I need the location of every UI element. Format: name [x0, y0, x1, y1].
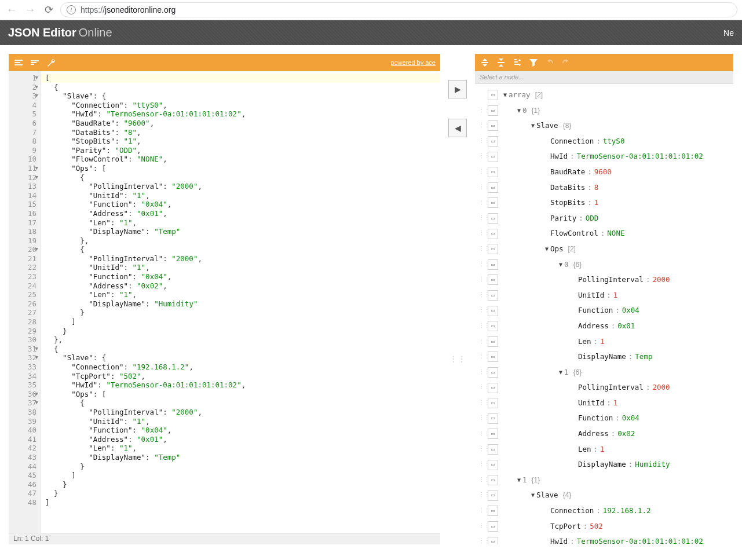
- gutter-line[interactable]: 23: [9, 272, 36, 281]
- compact-icon[interactable]: [30, 57, 40, 68]
- tree-key[interactable]: TcpPort: [550, 519, 581, 535]
- gutter-line[interactable]: 25: [9, 290, 36, 299]
- caret-icon[interactable]: ▼: [529, 488, 536, 503]
- context-menu-icon[interactable]: ▭: [488, 491, 498, 501]
- tree-key[interactable]: Slave: [536, 488, 558, 503]
- tree-value[interactable]: Temp: [635, 349, 652, 365]
- drag-handle-icon[interactable]: ⋮⋮: [478, 365, 487, 380]
- gutter-line[interactable]: 45: [9, 471, 36, 480]
- gutter-line[interactable]: 46: [9, 480, 36, 489]
- gutter-line[interactable]: 44: [9, 462, 36, 471]
- tree-row[interactable]: ⋮⋮▭▼ 0{1}: [475, 103, 733, 119]
- drag-handle-icon[interactable]: ⋮⋮: [478, 303, 487, 319]
- drag-handle-icon[interactable]: ⋮⋮: [478, 334, 487, 350]
- code-line[interactable]: }: [45, 480, 440, 489]
- caret-icon[interactable]: ▼: [529, 118, 536, 134]
- context-menu-icon[interactable]: ▭: [488, 197, 498, 208]
- code-line[interactable]: }: [45, 327, 440, 336]
- tree-row[interactable]: ⋮⋮▭ UnitId : 1: [475, 396, 733, 411]
- gutter-line[interactable]: 6: [9, 119, 36, 128]
- gutter-line[interactable]: 8: [9, 137, 36, 146]
- splitter-handle[interactable]: ⋮⋮: [449, 354, 466, 364]
- tree-value[interactable]: 1: [613, 288, 618, 303]
- code-line[interactable]: "HwId": "TermoSensor-0a:01:01:01:01:02",: [45, 380, 440, 390]
- copy-left-button[interactable]: ◀: [448, 119, 467, 137]
- gutter-line[interactable]: 26: [9, 299, 36, 309]
- tree-row[interactable]: ⋮⋮▭ FlowControl : NONE: [475, 226, 733, 241]
- drag-handle-icon[interactable]: ⋮⋮: [478, 534, 487, 544]
- tree-row[interactable]: ⋮⋮▭ Len : 1: [475, 334, 733, 350]
- tree-row[interactable]: ⋮⋮▭▼ Slave{8}: [475, 118, 733, 134]
- tree-row[interactable]: ⋮⋮▭ Address : 0x01: [475, 319, 733, 334]
- tree-value[interactable]: ttyS0: [603, 134, 625, 149]
- tree-value[interactable]: 8: [594, 180, 599, 196]
- code-line[interactable]: "DisplayName": "Temp": [45, 453, 440, 462]
- tree-key[interactable]: DisplayName: [578, 349, 626, 365]
- tree-value[interactable]: 2000: [652, 380, 670, 396]
- code-line[interactable]: ]: [45, 471, 440, 480]
- gutter-line[interactable]: 2▼: [9, 83, 36, 92]
- code-line[interactable]: "DisplayName": "Temp": [45, 227, 440, 236]
- code-line[interactable]: "Len": "1",: [45, 218, 440, 228]
- code-line[interactable]: "Slave": {: [45, 91, 440, 101]
- code-line[interactable]: }: [45, 489, 440, 498]
- tree-key[interactable]: array: [509, 87, 531, 103]
- context-menu-icon[interactable]: ▭: [488, 444, 498, 455]
- code-line[interactable]: "PollingInterval": "2000",: [45, 408, 440, 417]
- code-line[interactable]: "UnitId": "1",: [45, 417, 440, 426]
- tree-key[interactable]: HwId: [550, 149, 568, 164]
- tree-row[interactable]: ⋮⋮▭ UnitId : 1: [475, 288, 733, 303]
- code-line[interactable]: ]: [45, 317, 440, 327]
- code-line[interactable]: }: [45, 462, 440, 471]
- drag-handle-icon[interactable]: ⋮⋮: [478, 349, 487, 365]
- code-line[interactable]: "Slave": {: [45, 353, 440, 363]
- tree-key[interactable]: Address: [578, 426, 609, 442]
- gutter-line[interactable]: 7: [9, 128, 36, 137]
- gutter-line[interactable]: 34: [9, 372, 36, 381]
- tree-key[interactable]: Connection: [550, 134, 594, 149]
- tree-value[interactable]: 0x04: [622, 303, 639, 319]
- tree-view[interactable]: ▭▼ array[2]⋮⋮▭▼ 0{1}⋮⋮▭▼ Slave{8}⋮⋮▭ Con…: [475, 84, 733, 544]
- tree-key[interactable]: StopBits: [550, 195, 585, 211]
- tree-value[interactable]: 0x01: [617, 319, 635, 334]
- gutter-line[interactable]: 39: [9, 417, 36, 426]
- code-line[interactable]: "Connection": "ttyS0",: [45, 101, 440, 110]
- tree-value[interactable]: Humidity: [635, 457, 670, 473]
- drag-handle-icon[interactable]: ⋮⋮: [478, 103, 487, 119]
- drag-handle-icon[interactable]: ⋮⋮: [478, 241, 487, 257]
- code-line[interactable]: "Ops": [: [45, 390, 440, 399]
- gutter-line[interactable]: 47: [9, 489, 36, 498]
- gutter-line[interactable]: 33: [9, 363, 36, 372]
- tree-key[interactable]: 0: [564, 257, 569, 273]
- code-line[interactable]: },: [45, 236, 440, 246]
- gutter-line[interactable]: 41: [9, 435, 36, 444]
- drag-handle-icon[interactable]: ⋮⋮: [478, 164, 487, 180]
- context-menu-icon[interactable]: ▭: [488, 429, 498, 439]
- drag-handle-icon[interactable]: ⋮⋮: [478, 180, 487, 196]
- tree-row[interactable]: ⋮⋮▭ DisplayName : Humidity: [475, 457, 733, 473]
- tree-row[interactable]: ⋮⋮▭ Len : 1: [475, 442, 733, 457]
- gutter-line[interactable]: 40: [9, 426, 36, 435]
- code-line[interactable]: "Address": "0x01",: [45, 209, 440, 218]
- caret-icon[interactable]: ▼: [557, 257, 564, 273]
- tree-value[interactable]: 192.168.1.2: [603, 503, 651, 519]
- gutter-line[interactable]: 15: [9, 200, 36, 209]
- code-line[interactable]: }: [45, 308, 440, 317]
- context-menu-icon[interactable]: ▭: [488, 274, 498, 285]
- context-menu-icon[interactable]: ▭: [488, 136, 498, 147]
- drag-handle-icon[interactable]: ⋮⋮: [478, 473, 487, 488]
- gutter-line[interactable]: 11▼: [9, 164, 36, 173]
- context-menu-icon[interactable]: ▭: [488, 506, 498, 516]
- gutter-line[interactable]: 28: [9, 317, 36, 327]
- tree-key[interactable]: Connection: [550, 503, 594, 519]
- code-line[interactable]: "Address": "0x02",: [45, 281, 440, 291]
- redo-icon[interactable]: [561, 57, 571, 68]
- code-line[interactable]: "TcpPort": "502",: [45, 372, 440, 381]
- code-line[interactable]: {: [45, 345, 440, 354]
- context-menu-icon[interactable]: ▭: [488, 120, 498, 131]
- tree-row[interactable]: ⋮⋮▭ Connection : 192.168.1.2: [475, 503, 733, 519]
- gutter-line[interactable]: 22: [9, 263, 36, 272]
- tree-key[interactable]: PollingInterval: [578, 380, 644, 396]
- tree-key[interactable]: Len: [578, 334, 591, 350]
- tree-row[interactable]: ⋮⋮▭ Connection : ttyS0: [475, 134, 733, 149]
